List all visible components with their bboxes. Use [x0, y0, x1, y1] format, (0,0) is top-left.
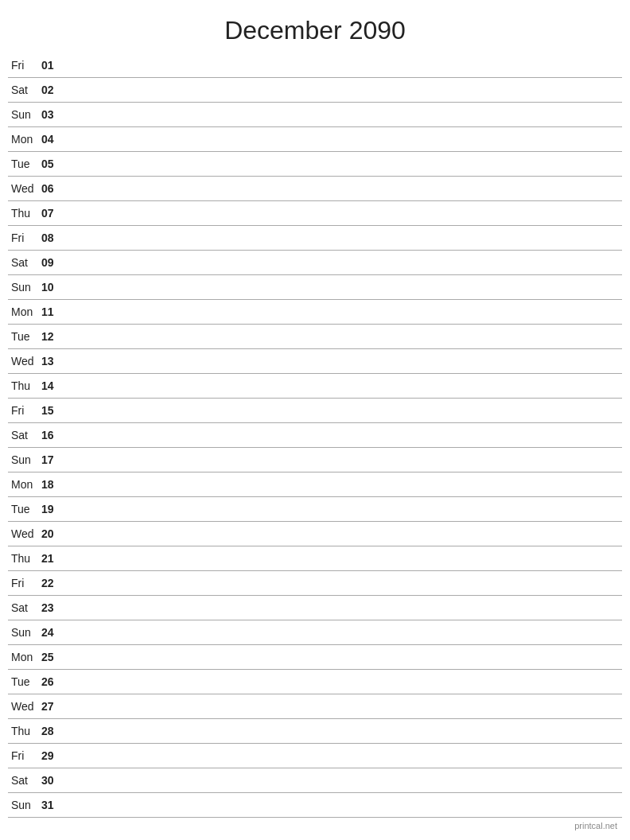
day-name: Tue — [8, 158, 41, 170]
day-number: 25 — [41, 651, 67, 663]
day-number: 24 — [41, 626, 67, 639]
day-line — [67, 139, 622, 140]
day-number: 30 — [41, 774, 67, 787]
day-name: Fri — [8, 577, 41, 589]
day-name: Wed — [8, 527, 41, 540]
day-line — [67, 361, 622, 362]
day-number: 05 — [41, 158, 67, 170]
day-number: 01 — [41, 59, 67, 72]
day-row: Fri08 — [8, 226, 622, 251]
day-row: Sun17 — [8, 448, 622, 472]
day-name: Mon — [8, 478, 41, 491]
day-name: Thu — [8, 379, 41, 392]
day-number: 22 — [41, 577, 67, 589]
day-number: 15 — [41, 404, 67, 417]
day-number: 14 — [41, 379, 67, 392]
day-line — [67, 682, 622, 682]
day-line — [67, 805, 622, 806]
day-number: 16 — [41, 429, 67, 441]
day-line — [67, 731, 622, 732]
day-line — [67, 657, 622, 658]
day-number: 13 — [41, 355, 67, 368]
day-line — [67, 262, 622, 263]
day-line — [67, 410, 622, 411]
day-name: Sat — [8, 601, 41, 614]
day-line — [67, 287, 622, 288]
day-name: Sun — [8, 453, 41, 466]
day-line — [67, 189, 622, 189]
day-name: Sat — [8, 774, 41, 787]
day-name: Wed — [8, 182, 41, 195]
day-number: 29 — [41, 749, 67, 762]
day-name: Thu — [8, 207, 41, 220]
day-row: Fri01 — [8, 53, 622, 78]
day-line — [67, 238, 622, 239]
day-row: Tue26 — [8, 670, 622, 694]
day-number: 18 — [41, 478, 67, 491]
day-number: 20 — [41, 527, 67, 540]
day-row: Mon18 — [8, 472, 622, 497]
day-number: 28 — [41, 725, 67, 737]
day-row: Mon25 — [8, 645, 622, 670]
day-name: Sat — [8, 256, 41, 269]
calendar-container: Fri01Sat02Sun03Mon04Tue05Wed06Thu07Fri08… — [0, 53, 630, 818]
day-line — [67, 780, 622, 781]
day-row: Thu14 — [8, 374, 622, 399]
day-row: Sun24 — [8, 620, 622, 645]
day-name: Tue — [8, 330, 41, 343]
day-name: Sat — [8, 84, 41, 96]
day-row: Sat23 — [8, 596, 622, 620]
day-name: Wed — [8, 700, 41, 713]
day-row: Mon11 — [8, 300, 622, 325]
day-name: Thu — [8, 552, 41, 565]
day-number: 23 — [41, 601, 67, 614]
day-line — [67, 706, 622, 707]
day-row: Fri29 — [8, 744, 622, 768]
day-line — [67, 632, 622, 633]
day-row: Sun31 — [8, 793, 622, 818]
day-name: Mon — [8, 651, 41, 663]
day-line — [67, 484, 622, 485]
day-number: 12 — [41, 330, 67, 343]
day-name: Fri — [8, 749, 41, 762]
day-name: Mon — [8, 305, 41, 318]
day-line — [67, 583, 622, 584]
day-line — [67, 90, 622, 91]
day-name: Mon — [8, 133, 41, 146]
day-name: Fri — [8, 231, 41, 244]
day-line — [67, 213, 622, 214]
day-name: Fri — [8, 59, 41, 72]
day-name: Fri — [8, 404, 41, 417]
day-row: Sat09 — [8, 251, 622, 275]
day-row: Sat02 — [8, 78, 622, 103]
day-name: Sun — [8, 799, 41, 811]
day-row: Wed27 — [8, 694, 622, 719]
day-row: Wed06 — [8, 177, 622, 201]
day-row: Fri22 — [8, 571, 622, 596]
day-number: 17 — [41, 453, 67, 466]
day-line — [67, 756, 622, 756]
day-line — [67, 386, 622, 387]
day-number: 08 — [41, 231, 67, 244]
day-row: Sat30 — [8, 768, 622, 793]
page-title: December 2090 — [0, 0, 630, 53]
day-line — [67, 164, 622, 165]
day-line — [67, 312, 622, 313]
day-line — [67, 115, 622, 115]
day-line — [67, 65, 622, 66]
day-line — [67, 336, 622, 337]
watermark: printcal.net — [574, 821, 617, 830]
day-line — [67, 558, 622, 559]
day-number: 07 — [41, 207, 67, 220]
day-row: Tue19 — [8, 497, 622, 522]
day-name: Wed — [8, 355, 41, 368]
day-row: Sun10 — [8, 275, 622, 300]
day-number: 02 — [41, 84, 67, 96]
day-row: Mon04 — [8, 127, 622, 152]
day-line — [67, 608, 622, 609]
day-line — [67, 509, 622, 510]
day-row: Tue12 — [8, 325, 622, 349]
day-number: 21 — [41, 552, 67, 565]
day-name: Tue — [8, 675, 41, 688]
day-row: Tue05 — [8, 152, 622, 177]
